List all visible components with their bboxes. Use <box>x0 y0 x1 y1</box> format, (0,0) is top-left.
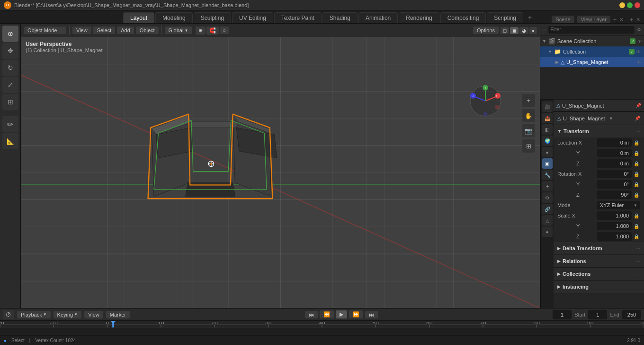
rotation-y-lock[interactable]: 🔒 <box>634 182 640 187</box>
rotation-mode-dropdown[interactable]: XYZ Euler ▼ <box>597 201 640 209</box>
location-z-value[interactable]: 0 m <box>597 159 632 168</box>
scale-x-value[interactable]: 1.000 <box>597 211 632 220</box>
location-z-lock[interactable]: 🔒 <box>634 161 640 166</box>
transform-options[interactable]: ⋯ <box>635 129 640 134</box>
collection-checkbox[interactable]: ✓ <box>629 49 635 54</box>
annotate-tool[interactable]: ✏ <box>2 116 18 132</box>
timeline-icon[interactable]: ⏱ <box>3 310 14 319</box>
grid-button[interactable]: ⊞ <box>522 139 535 153</box>
solid-shading[interactable]: ◼ <box>510 27 519 34</box>
camera-button[interactable]: 📷 <box>522 124 535 137</box>
measure-tool[interactable]: 📐 <box>2 133 18 149</box>
output-props-icon[interactable]: 📤 <box>542 113 553 123</box>
view-layer-options[interactable]: ✕ <box>636 17 640 23</box>
scene-options[interactable]: ✕ <box>619 17 624 23</box>
location-y-value[interactable]: 0 m <box>597 149 632 157</box>
add-scene-button[interactable]: + <box>613 16 617 23</box>
location-y-lock[interactable]: 🔒 <box>634 151 640 156</box>
data-pin[interactable]: 📌 <box>635 116 640 121</box>
timeline-body[interactable]: -20 -10 0 10 20 30 40 50 60 <box>0 321 644 335</box>
outliner-search[interactable] <box>548 26 635 34</box>
cursor-tool[interactable]: ⊕ <box>2 26 18 42</box>
rotation-x-lock[interactable]: 🔒 <box>634 172 640 177</box>
instancing-header[interactable]: ▶ Instancing ⋯ <box>554 281 644 293</box>
constraints-props-icon[interactable]: 🔗 <box>542 204 553 214</box>
rendered-shading[interactable]: ● <box>529 27 537 34</box>
data-props-icon[interactable]: △ <box>542 215 553 226</box>
tab-texture-paint[interactable]: Texture Paint <box>274 12 322 23</box>
scale-y-lock[interactable]: 🔒 <box>634 224 640 229</box>
delta-options[interactable]: ⋯ <box>635 246 640 251</box>
pivot-point[interactable]: ⊕ <box>196 27 206 35</box>
material-props-icon[interactable]: ● <box>542 227 553 237</box>
physics-props-icon[interactable]: ⚙ <box>542 192 553 203</box>
view-menu[interactable]: View <box>72 27 91 34</box>
render-props-icon[interactable]: 🎥 <box>542 101 553 112</box>
collection-eye[interactable]: 👁 <box>636 49 641 54</box>
transform-header[interactable]: ▼ Transform ⋯ <box>554 125 644 137</box>
instancing-options[interactable]: ⋯ <box>635 284 640 290</box>
wireframe-shading[interactable]: ◻ <box>501 27 509 34</box>
tab-compositing[interactable]: Compositing <box>440 12 486 23</box>
tab-uv-editing[interactable]: UV Editing <box>232 12 273 23</box>
add-menu[interactable]: Add <box>117 27 134 34</box>
axis-gizmo[interactable]: X Y Z <box>469 84 502 118</box>
scene-selector[interactable]: Scene <box>552 16 574 23</box>
tab-rendering[interactable]: Rendering <box>399 12 439 23</box>
collections-options[interactable]: ⋯ <box>635 272 640 277</box>
scale-z-value[interactable]: 1.000 <box>597 232 632 241</box>
current-frame[interactable]: 1 <box>553 310 572 319</box>
end-frame[interactable]: 250 <box>622 310 641 319</box>
start-frame[interactable]: 1 <box>588 310 607 319</box>
rotation-z-lock[interactable]: 🔒 <box>634 192 640 198</box>
location-x-value[interactable]: 0 m <box>597 138 632 147</box>
viewport-scene[interactable]: User Perspective (1) Collection | U_Shap… <box>21 37 540 308</box>
zoom-in-button[interactable]: + <box>522 94 535 107</box>
scene-eye[interactable]: 👁 <box>637 39 642 44</box>
tab-shading[interactable]: Shading <box>322 12 358 23</box>
playback-menu[interactable]: Playback ▼ <box>17 311 51 318</box>
scale-y-value[interactable]: 1.000 <box>597 222 632 230</box>
jump-start-button[interactable]: ⏮ <box>305 311 318 318</box>
jump-end-button[interactable]: ⏭ <box>365 311 378 318</box>
proportional-edit[interactable]: ○ <box>220 27 229 34</box>
object-menu[interactable]: Object <box>136 27 159 34</box>
timeline-view-menu[interactable]: View <box>84 311 103 318</box>
relations-options[interactable]: ⋯ <box>635 259 640 264</box>
transform-tool[interactable]: ⊞ <box>2 94 18 110</box>
close-button[interactable] <box>635 2 640 8</box>
next-frame-button[interactable]: ⏩ <box>349 310 363 318</box>
scale-tool[interactable]: ⤢ <box>2 77 18 93</box>
collection-row[interactable]: ▼ 📁 Collection ✓ 👁 <box>540 46 644 57</box>
select-menu[interactable]: Select <box>93 27 116 34</box>
play-button[interactable]: ▶ <box>336 310 347 318</box>
rotation-y-value[interactable]: 0° <box>597 180 632 189</box>
outliner-options[interactable]: ⚙ <box>637 27 641 32</box>
move-tool[interactable]: ✥ <box>2 43 18 59</box>
keying-menu[interactable]: Keying ▼ <box>54 311 82 318</box>
scene-collection-row[interactable]: ▼ 🎬 Scene Collection ✓ 👁 <box>540 36 644 46</box>
object-props-icon[interactable]: ▣ <box>542 158 553 169</box>
particles-props-icon[interactable]: ✦ <box>542 181 553 191</box>
scene-props-icon[interactable]: 🌍 <box>542 136 553 146</box>
world-props-icon[interactable]: ● <box>542 147 553 157</box>
scale-x-lock[interactable]: 🔒 <box>634 213 640 218</box>
view-layer-add[interactable]: + <box>629 16 633 23</box>
location-x-lock[interactable]: 🔒 <box>634 140 640 145</box>
object-row[interactable]: ▶ △ U_Shape_Magnet 👁 <box>540 57 644 67</box>
minimize-button[interactable] <box>619 2 625 8</box>
snap-toggle[interactable]: 🧲 <box>206 27 219 35</box>
rotation-x-value[interactable]: 0° <box>597 170 632 178</box>
maximize-button[interactable] <box>627 2 633 8</box>
rotation-z-value[interactable]: 90° <box>597 191 632 199</box>
relations-header[interactable]: ▶ Relations ⋯ <box>554 255 644 267</box>
viewport-options[interactable]: Options <box>473 27 499 34</box>
marker-menu[interactable]: Marker <box>106 311 130 318</box>
collections-header[interactable]: ▶ Collections ⋯ <box>554 268 644 280</box>
tab-layout[interactable]: Layout <box>123 12 154 23</box>
pan-button[interactable]: ✋ <box>522 109 535 122</box>
blender-logo[interactable]: B <box>4 1 11 9</box>
view-layer-props-icon[interactable]: ◧ <box>542 124 553 135</box>
transform-space[interactable]: Global ▼ <box>165 27 192 34</box>
pin-icon[interactable]: 📌 <box>635 103 641 108</box>
